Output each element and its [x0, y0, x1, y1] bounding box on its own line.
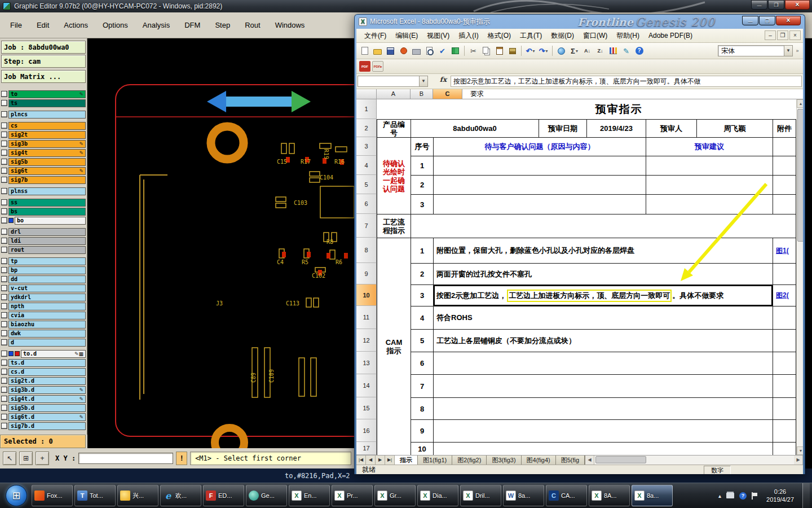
sort-descending-icon[interactable] — [594, 45, 606, 57]
layer-checkbox[interactable] — [1, 276, 7, 282]
layer-row-bs[interactable]: bs — [1, 207, 86, 216]
taskbar-item-excel-6[interactable]: 8A... — [589, 485, 630, 506]
workbook-restore-button[interactable]: ❐ — [777, 30, 788, 40]
excel-titlebar[interactable]: Microsoft Excel - 8abdu00wa0-预审指示 Frontl… — [356, 15, 803, 29]
layer-row-ts[interactable]: ts — [1, 99, 86, 107]
layer-checkbox[interactable] — [1, 330, 7, 336]
layer-row-cs-d[interactable]: cs.d — [1, 367, 86, 376]
new-icon[interactable] — [359, 45, 370, 57]
cell-reviewer-label[interactable]: 预审人 — [646, 119, 696, 137]
permission-icon[interactable] — [398, 45, 409, 57]
layer-row-rout[interactable]: rout — [1, 246, 86, 254]
layer-row-plnss[interactable]: plnss — [1, 187, 86, 195]
layer-checkbox[interactable] — [1, 387, 7, 393]
taskbar-item-word[interactable]: 8a... — [503, 485, 544, 506]
cell-attach-label[interactable]: 附件 — [773, 119, 796, 137]
print-preview-icon[interactable] — [423, 45, 435, 57]
select-tool-button[interactable] — [3, 452, 16, 465]
sheet-tab-fig4[interactable]: 图4(fig4) — [522, 456, 556, 465]
layer-checkbox[interactable] — [1, 405, 7, 411]
taskbar-item-cam[interactable]: CA... — [546, 485, 587, 506]
cell-cam-num[interactable]: 8 — [411, 397, 433, 419]
layer-row-sig6t-d[interactable]: sig6t.d✎ — [1, 413, 86, 421]
name-box-dropdown[interactable]: ▼ — [420, 76, 428, 87]
taskbar-item-excel-4[interactable]: Dia... — [417, 485, 458, 506]
formula-input[interactable]: 按图2示意加工艺边，工艺边上加进板方向标示，顶、底层方向一致即可。具体不做 — [451, 76, 802, 87]
font-name-value[interactable]: 宋体 — [718, 45, 784, 56]
taskbar-item-foxmail[interactable]: Fox... — [32, 485, 73, 506]
layer-checkbox[interactable] — [1, 351, 7, 357]
cell-question-header[interactable]: 待与客户确认问题（原因与内容） — [433, 137, 646, 156]
insert-function-button[interactable]: fx — [436, 76, 451, 87]
cell-cam-num[interactable]: 9 — [411, 419, 433, 442]
taskbar-item-eda[interactable]: ED... — [203, 485, 244, 506]
cell-empty[interactable] — [433, 352, 773, 374]
cell-empty[interactable] — [773, 352, 796, 374]
cell-empty[interactable] — [646, 194, 773, 214]
layer-checkbox[interactable] — [1, 258, 7, 264]
tray-clock[interactable]: 0:26 2019/4/27 — [766, 488, 794, 503]
zoom-tool-button[interactable] — [36, 452, 49, 465]
layer-row-sig2t-d[interactable]: sig2t.d — [1, 376, 86, 385]
cell-empty[interactable] — [433, 374, 773, 397]
ge-close-button[interactable] — [785, 0, 810, 10]
job-matrix-button[interactable]: Job Matrix ... — [1, 70, 86, 83]
row-header[interactable]: 1 — [356, 99, 377, 119]
layer-checkbox[interactable] — [1, 247, 7, 253]
cell-date-value[interactable]: 2019/4/23 — [586, 119, 646, 137]
layer-checkbox[interactable] — [1, 229, 7, 235]
drawing-icon[interactable] — [620, 45, 632, 57]
row-header[interactable]: 15 — [356, 397, 377, 419]
cell-attachment[interactable]: 图2( — [773, 284, 796, 306]
layer-row-d[interactable]: d — [1, 338, 86, 347]
scroll-down-arrow[interactable]: ▼ — [797, 446, 803, 455]
excel-maximize-button[interactable] — [759, 16, 775, 25]
format-painter-icon[interactable] — [506, 45, 518, 57]
layer-row-ts-d[interactable]: ts.d — [1, 358, 86, 367]
redo-icon[interactable] — [537, 45, 549, 57]
cell-cam-label[interactable]: CAM 指示 — [377, 238, 411, 455]
cell-empty[interactable] — [773, 397, 796, 419]
row-header[interactable]: 12 — [356, 329, 377, 352]
ge-menu-analysis[interactable]: Analysis — [143, 21, 170, 29]
sheet-title[interactable]: 预审指示 — [377, 99, 796, 119]
ge-menu-options[interactable]: Options — [103, 21, 128, 29]
hidden-icons-chevron[interactable] — [718, 493, 721, 499]
layer-row-sig7b[interactable]: sig7b — [1, 176, 86, 184]
sort-ascending-icon[interactable] — [581, 45, 593, 57]
convert-to-pdf-icon[interactable] — [359, 61, 370, 72]
cell-cam-num[interactable]: 3 — [411, 284, 433, 306]
row-header[interactable]: 2 — [356, 119, 377, 137]
layer-row-to[interactable]: to✎ — [1, 90, 86, 98]
cell-process-label[interactable]: 工艺流程指示 — [377, 214, 411, 238]
cell-empty[interactable] — [411, 214, 796, 238]
layer-checkbox[interactable] — [1, 91, 7, 97]
layer-row-sig4t-d[interactable]: sig4t.d✎ — [1, 395, 86, 403]
hscroll-thumb[interactable] — [595, 456, 646, 463]
menu-file[interactable]: 文件(F) — [360, 29, 391, 42]
last-sheet-button[interactable] — [385, 456, 395, 465]
scrollbar-thumb[interactable] — [797, 109, 803, 242]
workbook-close-button[interactable]: × — [789, 30, 801, 40]
taskbar-item-excel-active[interactable]: 8a... — [632, 485, 673, 506]
alert-button[interactable]: ! — [176, 452, 187, 465]
research-icon[interactable] — [449, 45, 461, 57]
cell-product-label[interactable]: 产品编号 — [377, 119, 411, 137]
xy-input[interactable] — [78, 453, 173, 464]
taskbar-item-excel-2[interactable]: Pr... — [332, 485, 373, 506]
print-icon[interactable] — [411, 45, 422, 57]
taskbar-item-excel-3[interactable]: Gr... — [374, 485, 416, 506]
row-header[interactable]: 6 — [356, 194, 377, 214]
menu-format[interactable]: 格式(O) — [483, 29, 515, 42]
layer-checkbox[interactable] — [1, 141, 7, 147]
layer-checkbox[interactable] — [1, 267, 7, 273]
layer-checkbox[interactable] — [1, 360, 7, 366]
menu-tools[interactable]: 工具(T) — [515, 29, 546, 42]
autosum-icon[interactable] — [568, 45, 580, 57]
taskbar-item-excel-5[interactable]: Dril... — [460, 485, 501, 506]
grid-tool-button[interactable] — [19, 452, 33, 465]
layer-checkbox[interactable] — [1, 188, 7, 194]
row-header[interactable]: 7 — [356, 214, 377, 238]
cell-cam-num[interactable]: 7 — [411, 374, 433, 397]
paste-icon[interactable] — [493, 45, 505, 57]
